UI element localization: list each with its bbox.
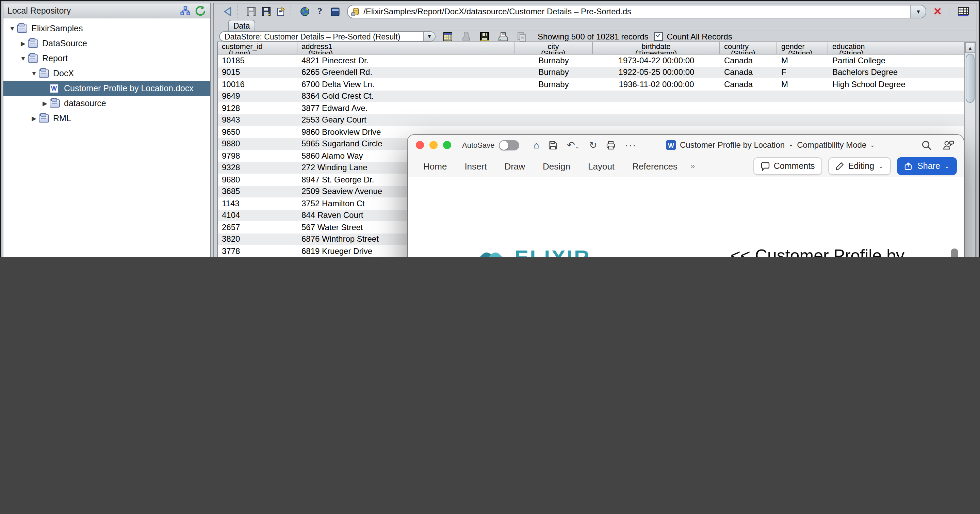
- collapsed-arrow-icon[interactable]: ▶: [40, 100, 50, 107]
- path-combobox[interactable]: /ElixirSamples/Report/DocX/datasource/Cu…: [347, 5, 927, 18]
- filter-icon[interactable]: [460, 30, 473, 43]
- column-header-education[interactable]: education(String): [828, 42, 966, 54]
- tree-item-rml[interactable]: ▶RML: [3, 111, 210, 126]
- tree-item-report[interactable]: ▼Report: [3, 51, 210, 66]
- table-row[interactable]: 100166700 Delta View Ln.Burnaby1936-11-0…: [218, 78, 966, 90]
- zoom-window-button[interactable]: [443, 141, 451, 149]
- search-icon[interactable]: [921, 140, 932, 150]
- panel-title: Local Repository: [8, 6, 176, 15]
- column-name: country: [720, 43, 776, 50]
- console-panel-button[interactable]: [328, 5, 342, 18]
- word-titlebar: AutoSave ⌂ ↶⌄ ↻ ··· W Customer Profile b…: [408, 135, 964, 155]
- home-icon[interactable]: ⌂: [533, 140, 539, 150]
- save-button[interactable]: [244, 5, 258, 18]
- tree-item-datasource[interactable]: ▶DataSource: [3, 36, 210, 51]
- grid-view-icon[interactable]: [956, 5, 970, 18]
- collapsed-arrow-icon[interactable]: ▶: [18, 40, 28, 47]
- tree-item-customer-profile-by-location-docx[interactable]: Customer Profile by Location.docx: [3, 81, 210, 96]
- collapsed-arrow-icon[interactable]: ▶: [29, 115, 39, 122]
- folder-icon: [28, 54, 40, 63]
- tree-view-icon[interactable]: [179, 5, 191, 16]
- back-button[interactable]: [221, 5, 234, 18]
- column-name: city: [514, 43, 592, 50]
- title-chevron-icon[interactable]: ⌄: [870, 142, 875, 148]
- column-header-birthdate[interactable]: birthdate(Timestamp): [593, 42, 720, 54]
- cell-customer_id: 9650: [218, 127, 298, 137]
- column-type: (Timestamp): [593, 50, 719, 54]
- more-commands-icon[interactable]: ···: [625, 140, 637, 150]
- scroll-up-button[interactable]: ▲: [965, 42, 975, 53]
- table-row[interactable]: 90156265 Greendell Rd.Burnaby1922-05-25 …: [218, 66, 966, 78]
- close-window-button[interactable]: [416, 141, 424, 149]
- grid-vertical-scrollbar[interactable]: ▲ ▼: [964, 41, 976, 257]
- ribbon-tab-insert[interactable]: Insert: [465, 161, 487, 171]
- word-vertical-scroll-thumb[interactable]: [951, 248, 958, 257]
- cell-customer_id: 10185: [218, 56, 298, 65]
- column-header-country[interactable]: country(String): [720, 42, 777, 54]
- ribbon-tab-home[interactable]: Home: [423, 161, 447, 171]
- expanded-arrow-icon[interactable]: ▼: [8, 25, 17, 32]
- tree-item-elixirsamples[interactable]: ▼ElixirSamples: [3, 21, 210, 36]
- tab-strip: Data: [214, 20, 977, 31]
- expanded-arrow-icon[interactable]: ▼: [29, 70, 39, 77]
- expanded-arrow-icon[interactable]: ▼: [18, 55, 28, 62]
- share-button[interactable]: Share ⌄: [897, 157, 957, 175]
- column-header-address1[interactable]: address1(String): [298, 42, 514, 54]
- cell-gender: M: [777, 80, 828, 89]
- print-icon[interactable]: [607, 141, 616, 150]
- redo-icon[interactable]: ↻: [589, 140, 597, 150]
- grid-header: customer_id(Long)address1(String)city(St…: [217, 41, 967, 54]
- tree-item-label: DataSource: [40, 39, 87, 48]
- table-row[interactable]: 98432553 Geary Court: [218, 114, 966, 126]
- tree-item-datasource[interactable]: ▶datasource: [3, 96, 210, 111]
- datastore-dropdown-arrow[interactable]: ▼: [423, 32, 435, 41]
- ribbon-tab-design[interactable]: Design: [543, 161, 570, 171]
- ribbon-tab-draw[interactable]: Draw: [504, 161, 525, 171]
- export-button[interactable]: [274, 5, 288, 18]
- autosave-toggle[interactable]: [498, 140, 519, 150]
- refresh-icon[interactable]: [194, 5, 206, 16]
- vertical-scroll-thumb[interactable]: [966, 54, 975, 103]
- ribbon-right-buttons: Comments Editing ⌄ Share ⌄: [753, 157, 957, 175]
- title-dash: -: [789, 140, 792, 150]
- tree-item-label: Report: [40, 54, 68, 63]
- tab-data[interactable]: Data: [228, 20, 255, 31]
- column-header-city[interactable]: city(String): [514, 42, 593, 54]
- save-icon[interactable]: [549, 141, 557, 150]
- more-tabs-icon[interactable]: »: [690, 161, 694, 171]
- schema-grid-icon[interactable]: [441, 30, 455, 43]
- table-row[interactable]: 91283877 Edward Ave.: [218, 102, 966, 114]
- undo-icon[interactable]: ↶⌄: [567, 140, 579, 150]
- cell-customer_id: 9328: [218, 163, 298, 173]
- count-all-checkbox[interactable]: [654, 32, 663, 41]
- table-row[interactable]: 101854821 Pinecrest Dr.Burnaby1973-04-22…: [218, 54, 966, 66]
- cell-customer_id: 9798: [218, 151, 298, 161]
- folder-icon: [39, 115, 51, 123]
- datastore-combobox[interactable]: DataStore: Customer Details – Pre-Sorted…: [219, 31, 436, 41]
- print-icon[interactable]: [496, 30, 510, 43]
- path-value: /ElixirSamples/Report/DocX/datasource/Cu…: [360, 7, 631, 16]
- compatibility-mode-label: Compatibility Mode: [797, 140, 866, 150]
- copy-records-icon[interactable]: [514, 30, 528, 43]
- tree-item-docx[interactable]: ▼DocX: [3, 66, 210, 81]
- column-type: (String): [828, 50, 966, 54]
- save-result-icon[interactable]: [478, 30, 492, 43]
- editing-mode-button[interactable]: Editing ⌄: [829, 157, 891, 175]
- globe-button[interactable]: [298, 5, 312, 18]
- save-as-button[interactable]: [259, 5, 273, 18]
- tree-item-label: DocX: [51, 69, 74, 78]
- ribbon-tab-layout[interactable]: Layout: [588, 161, 614, 171]
- repository-tree: ▼ElixirSamples▶DataSource▼Report▼DocXCus…: [3, 21, 210, 126]
- help-button[interactable]: ?: [313, 5, 327, 18]
- ribbon-tab-references[interactable]: References: [632, 161, 678, 171]
- column-header-customer_id[interactable]: customer_id(Long): [218, 42, 298, 54]
- close-datasource-icon[interactable]: ✕: [933, 5, 942, 18]
- word-document-icon: [50, 84, 62, 93]
- minimize-window-button[interactable]: [430, 141, 438, 149]
- comments-button[interactable]: Comments: [753, 157, 822, 175]
- table-row[interactable]: 96498364 Gold Crest Ct.: [218, 90, 966, 102]
- share-feedback-icon[interactable]: [943, 140, 954, 150]
- column-header-gender[interactable]: gender(String): [777, 42, 828, 54]
- cell-customer_id: 3685: [218, 187, 298, 196]
- path-dropdown-arrow[interactable]: ▼: [910, 5, 926, 18]
